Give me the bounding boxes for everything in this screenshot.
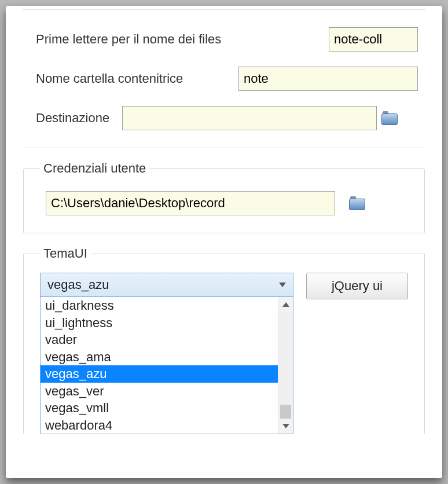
- theme-selected-text: vegas_azu: [47, 277, 109, 292]
- theme-option[interactable]: vegas_ama: [41, 349, 278, 366]
- theme-option[interactable]: ui_darkness: [41, 297, 278, 314]
- theme-group: TemaUI vegas_azu ui_darknessui_lightness…: [23, 246, 425, 434]
- theme-option[interactable]: vegas_azu: [41, 365, 278, 383]
- folder-name-label: Nome cartella contenitrice: [36, 71, 183, 86]
- destination-browse-button[interactable]: [379, 108, 400, 129]
- settings-panel: Prime lettere per il nome dei files Nome…: [6, 6, 442, 478]
- dropdown-scrollbar[interactable]: [278, 297, 293, 434]
- separator-1: [23, 148, 425, 148]
- file-prefix-label: Prime lettere per il nome dei files: [36, 32, 221, 47]
- theme-option[interactable]: ui_lightness: [41, 314, 278, 332]
- credentials-group: Credenziali utente: [23, 161, 425, 233]
- chevron-up-icon: [282, 302, 289, 307]
- theme-option[interactable]: webardora4: [41, 417, 278, 434]
- theme-dropdown: ui_darknessui_lightnessvadervegas_amaveg…: [41, 296, 293, 434]
- theme-option[interactable]: vader: [41, 331, 278, 349]
- credentials-path-input[interactable]: [46, 191, 335, 215]
- folder-icon: [349, 196, 365, 210]
- theme-option[interactable]: vegas_ver: [41, 383, 278, 400]
- file-prefix-input[interactable]: [329, 27, 418, 52]
- folder-name-input[interactable]: [238, 67, 418, 91]
- theme-option[interactable]: vegas_vmll: [41, 399, 278, 417]
- jquery-ui-button[interactable]: jQuery ui: [306, 273, 408, 299]
- destination-input[interactable]: [122, 106, 377, 130]
- files-section: Prime lettere per il nome dei files Nome…: [13, 10, 435, 148]
- theme-combobox-head[interactable]: vegas_azu: [41, 273, 293, 296]
- credentials-legend: Credenziali utente: [40, 161, 149, 176]
- credentials-browse-button[interactable]: [347, 193, 368, 214]
- chevron-down-icon: [282, 424, 289, 428]
- theme-combobox[interactable]: vegas_azu ui_darknessui_lightnessvaderve…: [40, 273, 293, 434]
- scroll-down-button[interactable]: [278, 419, 293, 434]
- theme-legend: TemaUI: [40, 246, 91, 261]
- scroll-up-button[interactable]: [278, 297, 293, 312]
- chevron-down-icon: [279, 283, 286, 287]
- destination-label: Destinazione: [36, 111, 109, 126]
- folder-icon: [381, 111, 398, 125]
